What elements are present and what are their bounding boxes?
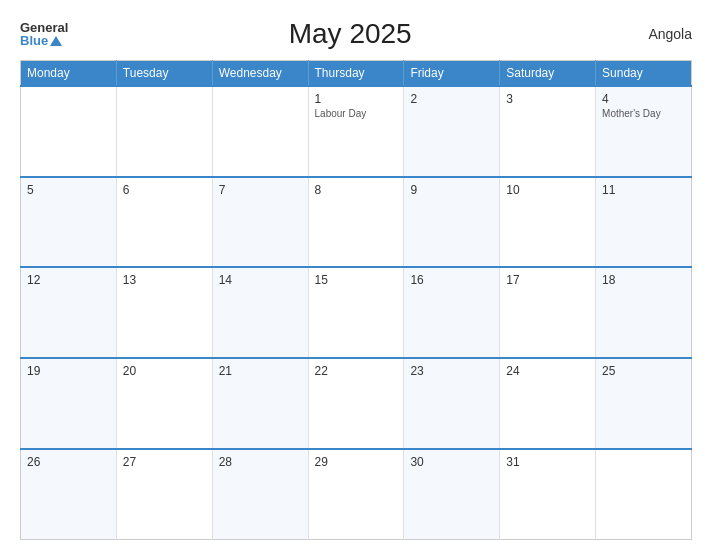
month-title: May 2025 [68,18,632,50]
day-number: 4 [602,92,685,106]
calendar-cell: 4Mother's Day [596,86,692,177]
logo-blue-text: Blue [20,34,48,47]
calendar-cell: 26 [21,449,117,540]
calendar-cell: 25 [596,358,692,449]
day-number: 12 [27,273,110,287]
weekday-header-sunday: Sunday [596,61,692,87]
calendar-cell: 21 [212,358,308,449]
calendar-cell [596,449,692,540]
calendar-cell: 13 [116,267,212,358]
calendar-week-row: 567891011 [21,177,692,268]
calendar-cell: 15 [308,267,404,358]
day-number: 29 [315,455,398,469]
calendar-cell: 19 [21,358,117,449]
weekday-header-tuesday: Tuesday [116,61,212,87]
day-number: 20 [123,364,206,378]
day-event: Mother's Day [602,108,685,119]
day-number: 27 [123,455,206,469]
calendar-cell: 1Labour Day [308,86,404,177]
logo-triangle-icon [50,36,62,46]
calendar-cell: 8 [308,177,404,268]
calendar-cell: 29 [308,449,404,540]
day-number: 9 [410,183,493,197]
day-number: 18 [602,273,685,287]
calendar-cell: 11 [596,177,692,268]
weekday-header-saturday: Saturday [500,61,596,87]
calendar-week-row: 262728293031 [21,449,692,540]
day-number: 3 [506,92,589,106]
calendar-cell: 2 [404,86,500,177]
calendar-cell: 24 [500,358,596,449]
calendar-cell: 7 [212,177,308,268]
calendar-week-row: 19202122232425 [21,358,692,449]
calendar-cell: 18 [596,267,692,358]
calendar-cell: 17 [500,267,596,358]
calendar-cell: 27 [116,449,212,540]
calendar-cell: 10 [500,177,596,268]
day-number: 21 [219,364,302,378]
weekday-header-monday: Monday [21,61,117,87]
calendar-table: MondayTuesdayWednesdayThursdayFridaySatu… [20,60,692,540]
day-number: 14 [219,273,302,287]
day-number: 25 [602,364,685,378]
day-number: 11 [602,183,685,197]
calendar-cell [212,86,308,177]
calendar-page: General Blue May 2025 Angola MondayTuesd… [0,0,712,550]
day-number: 19 [27,364,110,378]
country-label: Angola [632,26,692,42]
calendar-cell: 30 [404,449,500,540]
header: General Blue May 2025 Angola [20,18,692,50]
calendar-cell: 3 [500,86,596,177]
day-number: 22 [315,364,398,378]
calendar-cell: 23 [404,358,500,449]
day-number: 17 [506,273,589,287]
day-number: 2 [410,92,493,106]
calendar-week-row: 1Labour Day234Mother's Day [21,86,692,177]
day-number: 31 [506,455,589,469]
day-number: 1 [315,92,398,106]
calendar-cell: 6 [116,177,212,268]
day-number: 8 [315,183,398,197]
logo: General Blue [20,21,68,47]
weekday-header-wednesday: Wednesday [212,61,308,87]
calendar-cell: 14 [212,267,308,358]
day-number: 7 [219,183,302,197]
calendar-cell: 9 [404,177,500,268]
day-number: 16 [410,273,493,287]
day-number: 23 [410,364,493,378]
day-number: 15 [315,273,398,287]
day-number: 30 [410,455,493,469]
weekday-header-row: MondayTuesdayWednesdayThursdayFridaySatu… [21,61,692,87]
calendar-cell: 20 [116,358,212,449]
calendar-cell: 28 [212,449,308,540]
calendar-cell: 22 [308,358,404,449]
calendar-cell [116,86,212,177]
day-number: 24 [506,364,589,378]
calendar-cell: 16 [404,267,500,358]
calendar-cell: 31 [500,449,596,540]
day-number: 28 [219,455,302,469]
calendar-week-row: 12131415161718 [21,267,692,358]
calendar-cell: 12 [21,267,117,358]
day-number: 26 [27,455,110,469]
calendar-cell: 5 [21,177,117,268]
calendar-cell [21,86,117,177]
weekday-header-thursday: Thursday [308,61,404,87]
day-number: 5 [27,183,110,197]
day-number: 10 [506,183,589,197]
day-number: 6 [123,183,206,197]
weekday-header-friday: Friday [404,61,500,87]
day-number: 13 [123,273,206,287]
day-event: Labour Day [315,108,398,119]
